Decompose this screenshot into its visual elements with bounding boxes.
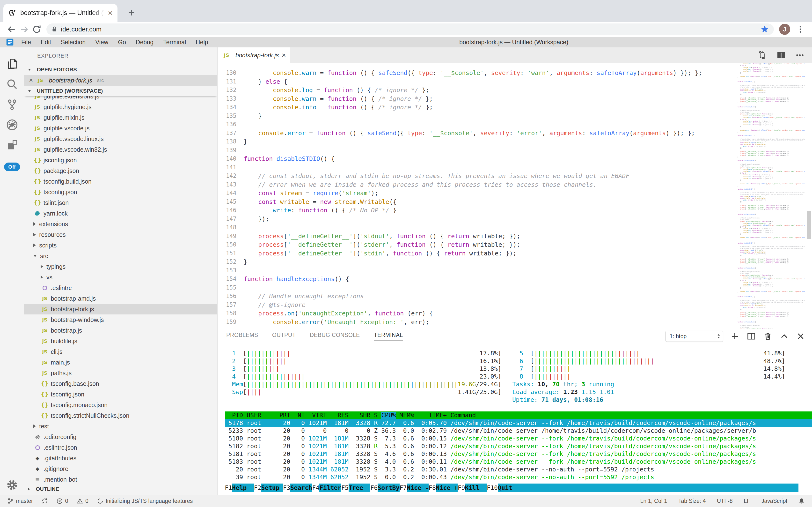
- open-editors-header[interactable]: OPEN EDITORS: [24, 64, 217, 75]
- htop-process-row-5180[interactable]: 5180 root 20 0 1021M 181M 3328 S 7.3 0.6…: [225, 435, 812, 442]
- htop-process-row-5178[interactable]: 5178 root 20 0 1021M 181M 3328 R 72.7 0.…: [225, 419, 812, 427]
- fn-action-sortby[interactable]: SortBy: [378, 484, 399, 492]
- tree-item-tsconfig.json[interactable]: {}tsconfig.json: [24, 187, 217, 198]
- new-tab-button[interactable]: +: [125, 6, 138, 19]
- menu-file[interactable]: File: [16, 37, 36, 47]
- back-button[interactable]: [5, 23, 18, 36]
- kill-terminal-icon[interactable]: [763, 332, 772, 341]
- more-actions-icon[interactable]: [795, 50, 805, 60]
- tree-item-paths.js[interactable]: JSpaths.js: [24, 368, 217, 378]
- tree-item-typings[interactable]: typings: [24, 261, 217, 272]
- menu-debug[interactable]: Debug: [131, 37, 158, 47]
- tree-item-bootstrap-window.js[interactable]: JSbootstrap-window.js: [24, 315, 217, 325]
- tree-item-extensions[interactable]: extensions: [24, 219, 217, 229]
- debug-disabled-icon[interactable]: [0, 115, 24, 135]
- extensions-icon[interactable]: [0, 135, 24, 155]
- statusbar-0[interactable]: 0: [77, 498, 88, 504]
- maximize-panel-icon[interactable]: [779, 332, 789, 341]
- statusbar-bell[interactable]: [799, 498, 805, 504]
- fn-action-kill[interactable]: Kill: [465, 484, 487, 492]
- explorer-icon[interactable]: [0, 54, 24, 74]
- tree-item-gulpfile.vscode.win32.js[interactable]: JSgulpfile.vscode.win32.js: [24, 144, 217, 155]
- tree-item-gulpfile.hygiene.js[interactable]: JSgulpfile.hygiene.js: [24, 102, 217, 112]
- menu-help[interactable]: Help: [191, 37, 213, 47]
- statusbar-tab-size-4[interactable]: Tab Size: 4: [678, 498, 706, 504]
- panel-tab-debug-console[interactable]: DEBUG CONSOLE: [310, 332, 360, 341]
- fn-action-quit[interactable]: Quit: [498, 484, 799, 492]
- statusbar-sync[interactable]: [42, 498, 48, 504]
- tree-item-main.js[interactable]: JSmain.js: [24, 357, 217, 368]
- open-editor-item[interactable]: × JS bootstrap-fork.js src: [24, 75, 217, 86]
- panel-tab-problems[interactable]: PROBLEMS: [226, 332, 258, 341]
- htop-process-row-5182[interactable]: 5182 root 20 0 1021M 181M 3328 R 5.3 0.6…: [225, 442, 812, 450]
- tree-item-.gitignore[interactable]: ◆.gitignore: [24, 463, 217, 474]
- split-terminal-icon[interactable]: [747, 332, 756, 341]
- tree-item-tsconfig.monaco.json[interactable]: {}tsconfig.monaco.json: [24, 400, 217, 410]
- menu-terminal[interactable]: Terminal: [158, 37, 191, 47]
- editor-tab[interactable]: JS bootstrap-fork.js ×: [217, 47, 290, 63]
- htop-process-row-5233[interactable]: 5233 root 20 0 0 0 0 Z 36.3 0.0 0:02.79 …: [225, 427, 812, 435]
- reload-button[interactable]: [30, 23, 43, 36]
- search-icon[interactable]: [0, 74, 24, 94]
- menu-view[interactable]: View: [90, 37, 113, 47]
- tab-close-icon[interactable]: ×: [282, 52, 286, 59]
- menu-selection[interactable]: Selection: [56, 37, 90, 47]
- tree-item-bootstrap-amd.js[interactable]: JSbootstrap-amd.js: [24, 293, 217, 304]
- statusbar-utf-8[interactable]: UTF-8: [717, 498, 733, 504]
- status-badge[interactable]: Off: [4, 163, 20, 171]
- close-panel-icon[interactable]: [796, 332, 805, 341]
- editor-scrollbar[interactable]: [807, 211, 811, 239]
- tree-item-.editorconfig[interactable]: .editorconfig: [24, 432, 217, 442]
- menu-edit[interactable]: Edit: [36, 37, 56, 47]
- tree-item-.eslintrc.json[interactable]: .eslintrc.json: [24, 442, 217, 453]
- panel-tab-terminal[interactable]: TERMINAL: [374, 332, 403, 341]
- tree-item-bootstrap-fork.js[interactable]: JSbootstrap-fork.js: [24, 304, 217, 315]
- fn-action-tree[interactable]: Tree: [349, 484, 370, 492]
- statusbar-master[interactable]: master: [7, 498, 33, 504]
- url-bar[interactable]: ide.coder.com: [46, 23, 774, 35]
- open-changes-icon[interactable]: [757, 50, 767, 60]
- settings-gear-icon[interactable]: [0, 479, 24, 491]
- htop-process-row-39[interactable]: 39 root 20 0 1344M 62052 1952 S 0.0 0.2 …: [225, 473, 812, 481]
- tree-item-bootstrap.js[interactable]: JSbootstrap.js: [24, 325, 217, 336]
- tree-item-package.json[interactable]: {}package.json: [24, 165, 217, 176]
- tree-item-tslint.json[interactable]: {}tslint.json: [24, 198, 217, 208]
- tree-item-resources[interactable]: resources: [24, 229, 217, 240]
- tree-item-gulpfile.mixin.js[interactable]: JSgulpfile.mixin.js: [24, 112, 217, 123]
- tree-item-tsconfig.json[interactable]: {}tsconfig.json: [24, 389, 217, 400]
- workspace-header[interactable]: UNTITLED (WORKSPACE): [24, 86, 217, 96]
- htop-function-bar[interactable]: F1Help F2Setup F3SearchF4FilterF5Tree F6…: [225, 484, 799, 492]
- statusbar-initializing-js-ts-language-features[interactable]: Initializing JS/TS language features: [97, 498, 193, 504]
- tree-item-.mention-bot[interactable]: ≡.mention-bot: [24, 474, 217, 484]
- forward-button[interactable]: [18, 23, 30, 36]
- fn-action-setup[interactable]: Setup: [261, 484, 283, 492]
- statusbar-ln-1-col-1[interactable]: Ln 1, Col 1: [640, 498, 667, 504]
- statusbar-lf[interactable]: LF: [744, 498, 750, 504]
- tree-item-.eslintrc[interactable]: .eslintrc: [24, 283, 217, 293]
- htop-process-row-20[interactable]: 20 root 20 0 1344M 62052 1952 S 3.3 0.2 …: [225, 466, 812, 473]
- browser-menu-icon[interactable]: [794, 23, 807, 36]
- htop-process-row-5183[interactable]: 5183 root 20 0 1021M 181M 3328 S 4.0 0.6…: [225, 458, 812, 466]
- fn-action-nice[interactable]: Nice +: [436, 484, 458, 492]
- code-editor[interactable]: 130 console.warn = function () { safeSen…: [217, 63, 812, 329]
- browser-tab[interactable]: bootstrap-fork.js — Untitled (V ×: [3, 4, 118, 22]
- statusbar-javascript[interactable]: JavaScript: [761, 498, 787, 504]
- tree-item-scripts[interactable]: scripts: [24, 240, 217, 250]
- fn-action-filter[interactable]: Filter: [319, 484, 341, 492]
- tree-item-gulpfile.extensions.js[interactable]: JSgulpfile.extensions.js: [24, 96, 217, 102]
- tree-item-yarn.lock[interactable]: yarn.lock: [24, 208, 217, 219]
- tree-item-tsconfig.build.json[interactable]: {}tsconfig.build.json: [24, 176, 217, 187]
- fn-action-help[interactable]: Help: [232, 484, 254, 492]
- statusbar-0[interactable]: 0: [57, 498, 68, 504]
- tree-item-vs[interactable]: vs: [24, 272, 217, 283]
- tree-item-gulpfile.vscode.linux.js[interactable]: JSgulpfile.vscode.linux.js: [24, 133, 217, 144]
- tree-item-.gitattributes[interactable]: ◆.gitattributes: [24, 453, 217, 463]
- terminal[interactable]: 1 [|||||||||||| 17.8%] 5 [||||||||||||||…: [217, 343, 812, 495]
- terminal-select[interactable]: 1: htop: [666, 331, 723, 342]
- tree-item-test[interactable]: test: [24, 421, 217, 432]
- add-terminal-icon[interactable]: [730, 332, 740, 341]
- tree-item-cli.js[interactable]: JScli.js: [24, 346, 217, 357]
- split-editor-icon[interactable]: [776, 50, 786, 60]
- tree-item-src[interactable]: src: [24, 250, 217, 261]
- tree-item-tsconfig.strictNullChecks.json[interactable]: {}tsconfig.strictNullChecks.json: [24, 410, 217, 421]
